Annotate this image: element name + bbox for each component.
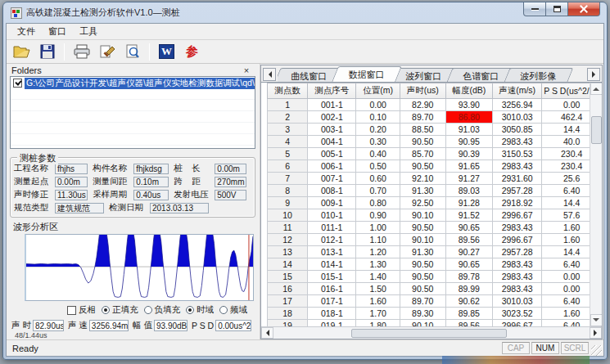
menu-tools[interactable]: 工具 bbox=[74, 24, 103, 39]
row-header-cell: 6 bbox=[268, 160, 308, 173]
scroll-left-button[interactable] bbox=[261, 327, 273, 339]
menu-file[interactable]: 文件 bbox=[11, 24, 41, 39]
table-row[interactable]: 6006-10.5090.5091.652983.43230.4 bbox=[268, 160, 602, 173]
tab-scroll-left-button[interactable] bbox=[263, 68, 276, 81]
data-cell: 91.27 bbox=[445, 173, 493, 185]
radio-button[interactable] bbox=[144, 306, 152, 314]
process-button[interactable] bbox=[96, 42, 118, 62]
table-row[interactable]: 10010-10.9090.1091.522996.6757.6 bbox=[268, 209, 602, 222]
scroll-right-icon bbox=[594, 330, 600, 336]
param-value: fhjkdsg bbox=[133, 164, 169, 174]
radio-正填充[interactable]: 正填充 bbox=[102, 304, 138, 316]
folder-item[interactable]: G:\公司产品设计开发\超声仪器\超声仪实地检测数据调试\qd\qd03\qd0… bbox=[11, 77, 255, 89]
scroll-down-button[interactable] bbox=[590, 314, 603, 326]
row-header-cell: 7 bbox=[268, 173, 308, 185]
data-cell: 90.50 bbox=[400, 136, 445, 148]
table-row[interactable]: 11011-11.0090.5090.652983.431.60 bbox=[268, 222, 602, 234]
fill-domain-radios: 正填充负填充时域频域 bbox=[102, 304, 247, 316]
param-value: 11.30us bbox=[55, 190, 88, 200]
column-header[interactable]: 声速(m/s) bbox=[493, 83, 542, 99]
column-header[interactable]: 测点数 bbox=[268, 83, 308, 99]
scroll-down-icon bbox=[593, 318, 599, 325]
table-row[interactable]: 15015-11.4090.5089.782983.430.00 bbox=[268, 271, 602, 283]
desktop: 高铁建混凝土检测分析软件V1.0—测桩 文件 窗口 工具 bbox=[0, 0, 610, 364]
table-row[interactable]: 14014-11.3090.5090.652983.436.40 bbox=[268, 258, 602, 271]
parameters-button[interactable]: 参 bbox=[181, 42, 203, 62]
open-button[interactable] bbox=[11, 42, 33, 62]
radio-button[interactable] bbox=[102, 306, 110, 314]
table-row[interactable]: 19019-11.8090.1089.562996.676.40 bbox=[268, 320, 602, 327]
vertical-scrollbar[interactable] bbox=[590, 83, 602, 326]
scroll-up-button[interactable] bbox=[590, 83, 603, 95]
word-export-button[interactable]: W bbox=[156, 42, 178, 62]
column-header[interactable]: 幅度(dB) bbox=[445, 83, 493, 99]
column-header[interactable]: 位置(m) bbox=[356, 83, 400, 99]
tab-scroll-right-button[interactable] bbox=[587, 68, 600, 81]
data-cell: 2996.67 bbox=[493, 320, 542, 327]
close-button[interactable] bbox=[567, 2, 600, 16]
column-header[interactable]: 声时(us) bbox=[400, 83, 445, 99]
tab-label: 波列影像 bbox=[520, 70, 556, 82]
invert-checkbox-group[interactable]: 反相 bbox=[67, 304, 96, 316]
waveform-area-title: 波形分析区 bbox=[13, 221, 255, 233]
menu-window[interactable]: 窗口 bbox=[43, 24, 72, 39]
radio-负填充[interactable]: 负填充 bbox=[144, 304, 181, 316]
save-button[interactable] bbox=[36, 42, 58, 62]
vertical-scroll-thumb[interactable] bbox=[591, 116, 602, 144]
resize-grip-icon[interactable] bbox=[591, 345, 602, 356]
radio-button[interactable] bbox=[219, 306, 228, 314]
tab-label: 数据窗口 bbox=[349, 69, 385, 81]
data-cell: 006-1 bbox=[308, 160, 356, 173]
data-cell: 013-1 bbox=[308, 246, 356, 258]
table-row[interactable]: 16016-11.5090.5089.992983.430.00 bbox=[268, 283, 602, 295]
data-cell: 2983.43 bbox=[493, 160, 542, 173]
row-header-cell: 15 bbox=[268, 271, 308, 283]
close-icon bbox=[580, 5, 588, 13]
table-row[interactable]: 1001-10.0082.9093.903256.940.00 bbox=[268, 99, 602, 111]
data-cell: 0.20 bbox=[356, 124, 400, 136]
data-cell: 007-1 bbox=[308, 173, 356, 185]
radio-频域[interactable]: 频域 bbox=[219, 304, 247, 316]
param-label: 采样周期 bbox=[93, 189, 133, 200]
data-cell: 89.70 bbox=[400, 295, 445, 308]
folders-list[interactable]: G:\公司产品设计开发\超声仪器\超声仪实地检测数据调试\qd\qd03\qd0… bbox=[10, 76, 255, 149]
title-bar[interactable]: 高铁建混凝土检测分析软件V1.0—测桩 bbox=[3, 2, 607, 23]
scroll-right-button[interactable] bbox=[590, 327, 602, 339]
table-row[interactable]: 13013-11.2091.3090.272957.2814.4 bbox=[268, 246, 602, 258]
minimize-button[interactable] bbox=[523, 2, 546, 16]
table-row[interactable]: 3003-10.2088.5091.033050.8514.4 bbox=[268, 124, 602, 136]
horizontal-scroll-thumb[interactable] bbox=[351, 329, 507, 338]
data-cell: 89.56 bbox=[445, 320, 493, 327]
table-row[interactable]: 9009-10.8092.5091.282918.9214.4 bbox=[268, 197, 602, 209]
preview-button[interactable] bbox=[121, 42, 143, 62]
caption-buttons bbox=[523, 2, 600, 16]
table-row[interactable]: 5005-10.4085.7090.393150.53230.4 bbox=[268, 148, 602, 160]
folder-checkbox[interactable] bbox=[13, 79, 22, 88]
param-label: 检测日期 bbox=[109, 202, 150, 213]
maximize-button[interactable] bbox=[546, 2, 567, 16]
data-cell: 90.50 bbox=[400, 271, 445, 283]
table-row[interactable]: 7007-10.6092.1091.272931.6025.6 bbox=[268, 173, 602, 185]
data-cell: 89.56 bbox=[445, 234, 493, 246]
data-cell: 015-1 bbox=[308, 271, 356, 283]
data-cell: 017-1 bbox=[308, 295, 356, 308]
table-row[interactable]: 12012-11.1090.1089.562996.671.60 bbox=[268, 234, 602, 246]
column-header[interactable]: 测点序号 bbox=[308, 83, 356, 99]
print-button[interactable] bbox=[70, 42, 93, 62]
data-cell: 93.90 bbox=[445, 99, 493, 111]
tab-波列影像[interactable]: 波列影像 bbox=[504, 68, 574, 82]
waveform-plot[interactable] bbox=[25, 234, 254, 301]
panel-close-button[interactable]: × bbox=[241, 65, 252, 76]
param-value: 0.00m bbox=[215, 164, 246, 174]
table-row[interactable]: 17017-11.6089.7090.623010.036.40 bbox=[268, 295, 602, 308]
table-row[interactable]: 2002-10.1089.7086.803010.03462.4 bbox=[268, 111, 602, 124]
table-row[interactable]: 8008-10.7091.3089.032957.286.40 bbox=[268, 185, 602, 197]
radio-button[interactable] bbox=[186, 306, 194, 314]
table-row[interactable]: 18018-11.7089.3089.853023.521.60 bbox=[268, 308, 602, 320]
data-cell: 1.70 bbox=[356, 308, 400, 320]
table-row[interactable]: 4004-10.3090.5090.952983.4340.0 bbox=[268, 136, 602, 148]
tab-数据窗口[interactable]: 数据窗口 bbox=[332, 66, 402, 82]
horizontal-scrollbar[interactable] bbox=[261, 326, 602, 339]
invert-checkbox[interactable] bbox=[67, 306, 76, 315]
radio-时域[interactable]: 时域 bbox=[186, 304, 214, 316]
